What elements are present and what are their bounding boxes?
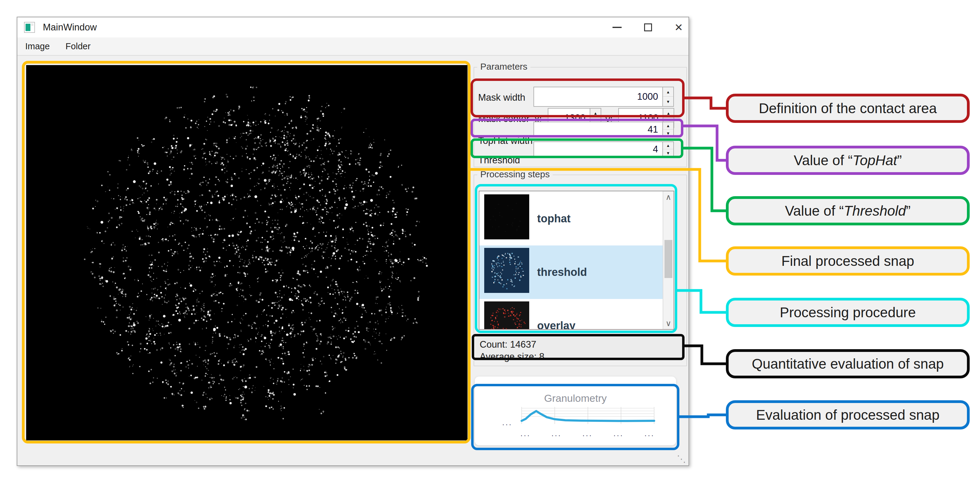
processed-snap-image[interactable] (26, 65, 468, 440)
minimize-button[interactable] (612, 27, 622, 28)
mask-width-label: Mask width (478, 92, 525, 103)
list-item-label: overlay (537, 299, 576, 330)
annotation-label-contact-area: Definition of the contact area (726, 94, 970, 123)
scroll-up-icon[interactable]: ∧ (663, 191, 674, 203)
mask-center-label: Mask center (478, 113, 530, 124)
scroll-down-icon[interactable]: ∨ (663, 317, 674, 329)
granulometry-x-tick: ... (644, 429, 655, 438)
annotation-label-processing-procedure: Processing procedure (726, 298, 970, 327)
annotation-label-processed-evaluation: Evaluation of processed snap (726, 400, 970, 429)
list-item-threshold[interactable]: threshold (479, 245, 674, 299)
granulometry-x-tick: ... (551, 429, 562, 438)
scrollbar-thumb[interactable] (665, 240, 672, 278)
threshold-spinbox[interactable]: 4 ▲ ▼ (533, 142, 674, 157)
tophat-thumbnail (484, 194, 529, 239)
processing-group-title: Processing steps (477, 169, 553, 179)
count-text: Count: 14637 (480, 338, 680, 351)
parameters-group-title: Parameters (477, 61, 530, 72)
average-size-text: Average size: 8 (480, 351, 680, 363)
list-item-tophat[interactable]: tophat (479, 192, 674, 245)
annotation-label-quantitative-evaluation: Quantitative evaluation of snap (726, 349, 970, 378)
tophat-spin-up-icon[interactable]: ▲ (663, 122, 673, 129)
granulometry-title: Granulometry (475, 392, 676, 404)
maximize-button[interactable] (644, 24, 652, 31)
list-item-label: tophat (537, 192, 571, 245)
granulometry-card[interactable]: Granulometry ... ... ... ... ... ... (475, 376, 676, 445)
figure-stage: MainWindow ✕ Image Folder Parameters Mas… (0, 0, 980, 483)
tophat-width-label: TopHat width (478, 135, 533, 146)
list-scrollbar[interactable]: ∧ ∨ (663, 191, 674, 329)
granulometry-x-tick: ... (520, 429, 531, 438)
list-item-label: threshold (537, 245, 587, 299)
tophat-spin-down-icon[interactable]: ▼ (663, 129, 673, 137)
threshold-spin-up-icon[interactable]: ▲ (663, 142, 673, 149)
mask-width-value[interactable]: 1000 (533, 87, 663, 107)
annotation-label-final-snap: Final processed snap (726, 246, 970, 276)
annotation-label-threshold-value: Value of “Threshold” (726, 196, 970, 225)
processing-steps-list[interactable]: tophat threshold overlay ∧ ∨ (479, 191, 674, 330)
threshold-value[interactable]: 4 (533, 142, 663, 157)
title-bar[interactable]: MainWindow ✕ (18, 18, 689, 37)
menu-image[interactable]: Image (18, 41, 58, 51)
app-icon (24, 22, 35, 33)
close-icon: ✕ (675, 22, 683, 33)
close-button[interactable]: ✕ (675, 22, 683, 33)
maximize-icon (644, 24, 652, 31)
tophat-width-value[interactable]: 41 (533, 122, 663, 137)
granulometry-x-tick: ... (613, 429, 624, 438)
minimize-icon (612, 27, 622, 28)
window-title: MainWindow (43, 22, 97, 33)
list-item-overlay[interactable]: overlay (479, 299, 674, 330)
overlay-thumbnail (484, 301, 529, 330)
menu-bar: Image Folder (18, 37, 689, 56)
annotation-label-tophat-value: Value of “TopHat” (726, 146, 970, 175)
resize-grip-icon[interactable]: ⋱ (677, 454, 686, 464)
mask-width-spin-up-icon[interactable]: ▲ (663, 87, 673, 97)
speckle-canvas (26, 65, 468, 440)
mask-center-x-spin-up-icon[interactable]: ▲ (590, 108, 601, 118)
mask-width-spinbox[interactable]: 1000 ▲ ▼ (533, 87, 674, 107)
menu-folder[interactable]: Folder (58, 41, 99, 51)
threshold-label: Threshold (478, 155, 520, 166)
stats-box: Count: 14637 Average size: 8 (476, 337, 684, 360)
tophat-width-spinbox[interactable]: 41 ▲ ▼ (533, 122, 674, 137)
mask-width-spin-down-icon[interactable]: ▼ (663, 97, 673, 106)
mask-center-y-spin-up-icon[interactable]: ▲ (663, 108, 674, 118)
granulometry-y-tick: ... (502, 418, 512, 427)
threshold-spin-down-icon[interactable]: ▼ (663, 149, 673, 157)
main-window: MainWindow ✕ Image Folder Parameters Mas… (17, 17, 689, 466)
threshold-thumbnail (484, 248, 529, 293)
granulometry-x-tick: ... (582, 429, 593, 438)
granulometry-sparkline (517, 406, 657, 427)
